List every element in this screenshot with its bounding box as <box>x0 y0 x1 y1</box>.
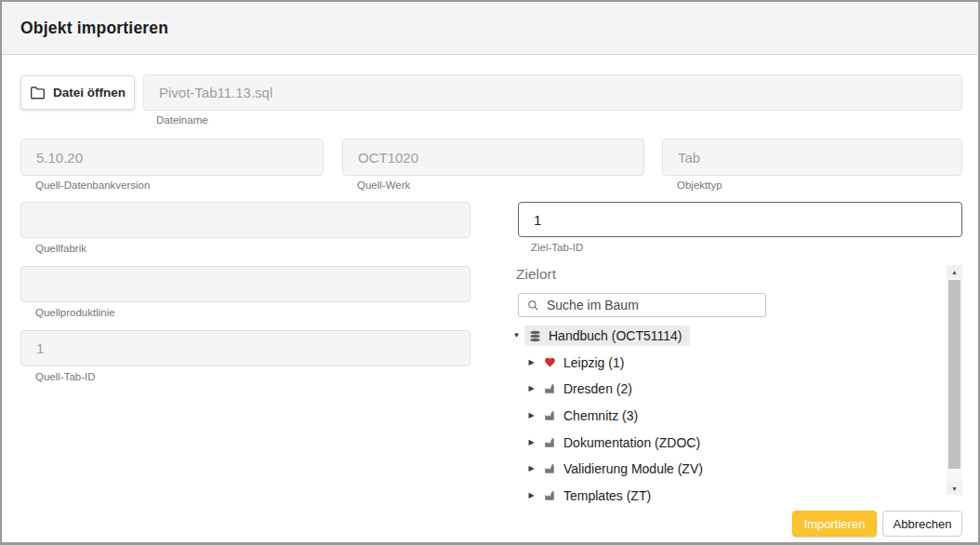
tree-node-content[interactable]: Validierung Module (ZV) <box>539 459 711 479</box>
tree-node-label: Dresden (2) <box>563 381 632 396</box>
tree-node-content[interactable]: Templates (ZT) <box>539 485 659 504</box>
tree-node[interactable]: ▶Templates (ZT) <box>509 483 942 504</box>
import-dialog: Objekt importieren Datei öffnen Dateinam… <box>0 0 980 545</box>
caret-collapsed-icon[interactable]: ▶ <box>523 492 539 499</box>
tree-search-input[interactable] <box>547 298 760 312</box>
scroll-up-icon[interactable]: ▲ <box>947 265 962 278</box>
tree: ▼Handbuch (OCT51114)▶Leipzig (1)▶Dresden… <box>509 323 942 504</box>
database-icon <box>529 330 542 342</box>
tree-node-label: Dokumentation (ZDOC) <box>563 435 700 450</box>
target-location-heading: Zielort <box>516 266 556 283</box>
caret-collapsed-icon[interactable]: ▶ <box>523 439 539 446</box>
tree-node-content[interactable]: Handbuch (OCT51114) <box>524 326 690 346</box>
target-tab-id-label: Ziel-Tab-ID <box>531 242 583 253</box>
factory-icon <box>544 437 557 448</box>
heart-icon <box>544 356 557 368</box>
source-product-line-input <box>20 266 470 302</box>
tree-node[interactable]: ▼Handbuch (OCT51114) <box>509 323 942 350</box>
caret-collapsed-icon[interactable]: ▶ <box>523 359 539 366</box>
cancel-button[interactable]: Abbrechen <box>882 511 962 537</box>
search-icon <box>527 299 539 312</box>
source-db-version-label: Quell-Datenbankversion <box>35 179 150 191</box>
tree-node-label: Handbuch (OCT51114) <box>549 328 682 343</box>
source-factory-input <box>20 202 470 238</box>
tree-node[interactable]: ▶Chemnitz (3) <box>509 403 942 430</box>
tree-node[interactable]: ▶Dresden (2) <box>509 376 942 403</box>
tree-node-label: Validierung Module (ZV) <box>563 461 703 476</box>
source-tab-id-label: Quell-Tab-ID <box>35 371 96 382</box>
tree-node-label: Leipzig (1) <box>563 355 624 370</box>
tree-node-content[interactable]: Dokumentation (ZDOC) <box>539 432 709 453</box>
import-button[interactable]: Importieren <box>792 511 877 537</box>
scroll-down-icon[interactable]: ▼ <box>947 482 962 495</box>
filename-label: Dateiname <box>156 114 208 126</box>
tree-node-label: Chemnitz (3) <box>563 408 638 423</box>
dialog-header: Objekt importieren <box>2 2 978 55</box>
tree-search <box>518 293 766 317</box>
source-plant-input <box>342 139 644 176</box>
caret-collapsed-icon[interactable]: ▶ <box>523 465 539 472</box>
source-factory-label: Quellfabrik <box>35 243 86 254</box>
filename-input <box>143 74 962 111</box>
target-tab-id-input[interactable] <box>518 202 962 237</box>
tree-node-content[interactable]: Chemnitz (3) <box>539 405 646 426</box>
caret-collapsed-icon[interactable]: ▶ <box>523 412 539 419</box>
tree-node-label: Templates (ZT) <box>563 488 651 503</box>
folder-icon <box>30 86 46 100</box>
tree-node-content[interactable]: Leipzig (1) <box>539 352 632 373</box>
open-file-button-label: Datei öffnen <box>53 86 126 100</box>
tree-node-content[interactable]: Dresden (2) <box>539 379 641 399</box>
tree-scrollbar[interactable]: ▲ ▼ <box>947 265 962 495</box>
scrollbar-thumb[interactable] <box>948 280 960 469</box>
tree-node[interactable]: ▶Dokumentation (ZDOC) <box>509 429 942 456</box>
source-product-line-label: Quellproduktlinie <box>35 307 115 318</box>
factory-icon <box>544 463 557 474</box>
factory-icon <box>544 383 557 394</box>
source-plant-label: Quell-Werk <box>357 179 410 191</box>
factory-icon <box>544 490 557 501</box>
dialog-title: Objekt importieren <box>20 19 168 38</box>
source-tab-id-input <box>20 330 470 366</box>
open-file-button[interactable]: Datei öffnen <box>20 75 135 110</box>
source-db-version-input <box>20 139 324 176</box>
caret-collapsed-icon[interactable]: ▶ <box>523 385 539 392</box>
caret-expanded-icon[interactable]: ▼ <box>509 332 524 339</box>
object-type-input <box>662 139 962 176</box>
tree-node[interactable]: ▶Leipzig (1) <box>509 350 942 377</box>
tree-node[interactable]: ▶Validierung Module (ZV) <box>509 456 942 483</box>
factory-icon <box>544 410 557 421</box>
object-type-label: Objekttyp <box>677 179 722 191</box>
